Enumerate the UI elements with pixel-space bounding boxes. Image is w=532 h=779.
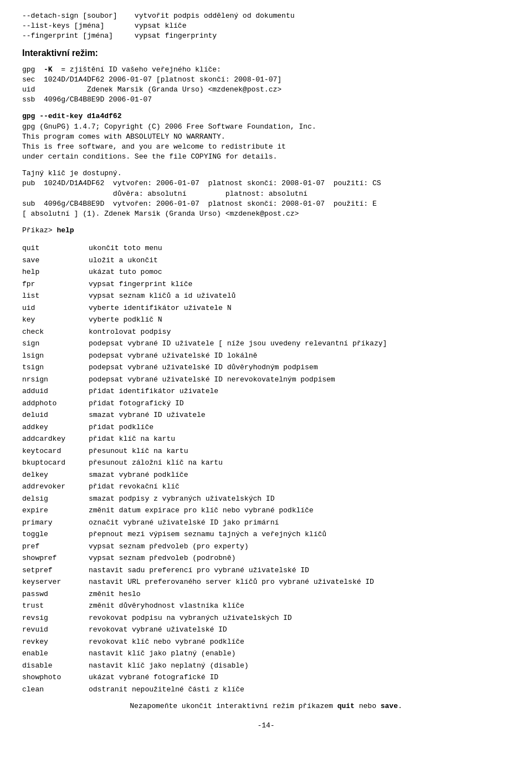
command-desc: změnit datum expirace pro klíč nebo vybr…: [89, 505, 510, 517]
command-desc: nastavit sadu preferencí pro vybrané uži…: [89, 564, 510, 577]
command-name: uid: [22, 302, 89, 314]
command-name: expire: [22, 505, 89, 517]
command-name: clean: [22, 684, 89, 696]
command-row: primaryoznačit vybrané uživatelské ID ja…: [22, 517, 510, 529]
command-desc: revokovat podpisu na vybraných uživatels…: [89, 612, 510, 624]
edit-key-text: gpg --edit-key d1a4df62 gpg (GnuPG) 1.4.…: [22, 111, 510, 162]
bottom-note-end: .: [398, 702, 402, 710]
command-name: sign: [22, 338, 89, 350]
command-name: keyserver: [22, 576, 89, 588]
command-name: save: [22, 254, 89, 267]
prompt-text: Příkaz> help: [22, 226, 510, 236]
command-desc: přepnout mezi výpisem seznamu tajných a …: [89, 528, 510, 541]
command-desc: vyberte identifikátor uživatele N: [89, 302, 510, 314]
command-row: addphotopřidat fotografický ID: [22, 398, 510, 410]
command-desc: podepsat vybrané uživatelské ID lokálně: [89, 350, 510, 362]
command-desc: vypsat seznam klíčů a id uživatelů: [89, 290, 510, 302]
command-desc: smazat vybrané ID uživatele: [89, 409, 510, 421]
command-row: addkeypřidat podklíče: [22, 421, 510, 434]
command-name: fpr: [22, 278, 89, 291]
command-row: cleanodstranit nepoužitelné části z klíč…: [22, 684, 510, 696]
command-row: revsigrevokovat podpisu na vybraných uži…: [22, 612, 510, 624]
command-row: quitukončit toto menu: [22, 242, 510, 254]
command-row: nrsignpodepsat vybrané uživatelské ID ne…: [22, 374, 510, 386]
command-row: addcardkeypřidat klíč na kartu: [22, 433, 510, 445]
key-info-text: Tajný klíč je dostupný. pub 1024D/D1A4DF…: [22, 169, 510, 219]
command-row: uidvyberte identifikátor uživatele N: [22, 302, 510, 314]
command-name: delsig: [22, 493, 89, 505]
gpg-k-text: gpg -K = zjištění ID vašeho veřejného kl…: [22, 65, 510, 105]
command-desc: ukázat tuto pomoc: [89, 266, 510, 278]
interactive-title: Interaktivní režim:: [22, 48, 98, 58]
command-name: showpref: [22, 552, 89, 564]
command-desc: nastavit klíč jako platný (enable): [89, 648, 510, 660]
bottom-note-text1: Nezapomeňte ukončit interaktivní režim p…: [130, 702, 337, 710]
command-desc: označit vybrané uživatelské ID jako prim…: [89, 517, 510, 529]
top-commands-text: --detach-sign [soubor] vytvořit podpis o…: [22, 11, 510, 42]
command-name: addcardkey: [22, 433, 89, 445]
command-row: expirezměnit datum expirace pro klíč neb…: [22, 505, 510, 517]
command-row: deluidsmazat vybrané ID uživatele: [22, 409, 510, 421]
command-desc: změnit heslo: [89, 588, 510, 600]
gpg-k-section: gpg -K = zjištění ID vašeho veřejného kl…: [22, 65, 510, 105]
command-desc: změnit důvěryhodnost vlastníka klíče: [89, 600, 510, 612]
command-name: keytocard: [22, 445, 89, 457]
command-name: enable: [22, 648, 89, 660]
command-row: enablenastavit klíč jako platný (enable): [22, 648, 510, 660]
command-name: adduid: [22, 385, 89, 398]
command-row: showprefvypsat seznam předvoleb (podrobn…: [22, 552, 510, 564]
command-desc: odstranit nepoužitelné části z klíče: [89, 684, 510, 696]
command-desc: kontrolovat podpisy: [89, 326, 510, 338]
command-name: deluid: [22, 409, 89, 421]
command-name: check: [22, 326, 89, 338]
command-row: showphotoukázat vybrané fotografické ID: [22, 671, 510, 684]
command-row: revkeyrevokovat klíč nebo vybrané podklí…: [22, 636, 510, 648]
command-row: setprefnastavit sadu preferencí pro vybr…: [22, 564, 510, 577]
command-desc: revokovat vybrané uživatelské ID: [89, 624, 510, 636]
command-row: delsigsmazat podpisy z vybraných uživate…: [22, 493, 510, 505]
command-row: tsignpodepsat vybrané uživatelské ID dův…: [22, 362, 510, 374]
command-desc: vypsat fingerprint klíče: [89, 278, 510, 291]
command-name: disable: [22, 660, 89, 672]
command-desc: podepsat vybrané uživatelské ID důvěryho…: [89, 362, 510, 374]
command-desc: nastavit klíč jako neplatný (disable): [89, 660, 510, 672]
command-desc: podepsat vybrané ID uživatele [ níže jso…: [89, 338, 510, 350]
command-name: primary: [22, 517, 89, 529]
command-name: pref: [22, 541, 89, 553]
command-desc: přesunout klíč na kartu: [89, 445, 510, 457]
bottom-note-text2: nebo: [355, 702, 381, 710]
command-row: prefvypsat seznam předvoleb (pro experty…: [22, 541, 510, 553]
command-desc: smazat podpisy z vybraných uživatelských…: [89, 493, 510, 505]
command-desc: ukončit toto menu: [89, 242, 510, 254]
command-desc: ukázat vybrané fotografické ID: [89, 671, 510, 684]
edit-key-section: gpg --edit-key d1a4df62 gpg (GnuPG) 1.4.…: [22, 111, 510, 162]
page-number: -14-: [22, 721, 510, 730]
command-name: quit: [22, 242, 89, 254]
command-name: trust: [22, 600, 89, 612]
command-desc: vypsat seznam předvoleb (pro experty): [89, 541, 510, 553]
command-desc: přidat fotografický ID: [89, 398, 510, 410]
command-name: lsign: [22, 350, 89, 362]
command-row: revuidrevokovat vybrané uživatelské ID: [22, 624, 510, 636]
command-desc: přidat podklíče: [89, 421, 510, 434]
command-name: showphoto: [22, 671, 89, 684]
command-row: helpukázat tuto pomoc: [22, 266, 510, 278]
command-name: addrevoker: [22, 481, 89, 493]
command-row: adduidpřidat identifikátor uživatele: [22, 385, 510, 398]
command-desc: nastavit URL preferovaného server klíčů …: [89, 576, 510, 588]
command-name: toggle: [22, 528, 89, 541]
command-name: passwd: [22, 588, 89, 600]
command-name: nrsign: [22, 374, 89, 386]
bottom-note: Nezapomeňte ukončit interaktivní režim p…: [22, 702, 510, 710]
command-name: setpref: [22, 564, 89, 577]
command-desc: uložit a ukončit: [89, 254, 510, 267]
bottom-note-save: save: [381, 702, 398, 710]
command-desc: přidat revokační klíč: [89, 481, 510, 493]
command-row: lsignpodepsat vybrané uživatelské ID lok…: [22, 350, 510, 362]
command-name: addkey: [22, 421, 89, 434]
command-desc: revokovat klíč nebo vybrané podklíče: [89, 636, 510, 648]
prompt-section: Příkaz> help: [22, 226, 510, 236]
command-table: quitukončit toto menusaveuložit a ukonči…: [22, 242, 510, 695]
command-desc: vypsat seznam předvoleb (podrobně): [89, 552, 510, 564]
top-commands: --detach-sign [soubor] vytvořit podpis o…: [22, 11, 510, 42]
